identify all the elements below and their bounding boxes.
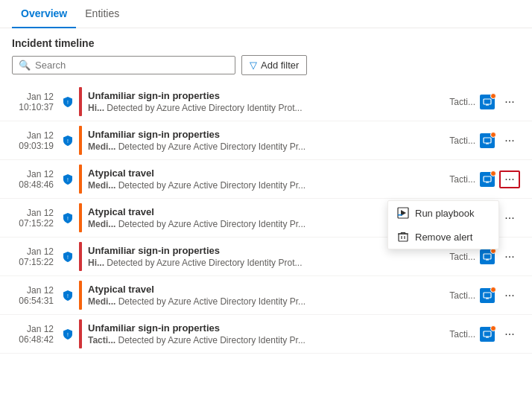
svg-rect-11 (484, 293, 491, 298)
alert-content: Atypical travel Medi... Detected by Azur… (88, 284, 443, 307)
alert-title: Unfamiliar sign-in properties (88, 129, 443, 140)
tactic-badge: Tacti... (449, 97, 475, 107)
ellipsis-button[interactable]: ··· (499, 170, 520, 188)
alert-title: Atypical travel (88, 168, 443, 179)
svg-rect-15 (398, 214, 402, 216)
date-col: Jan 12 09:03:19 (6, 130, 60, 151)
context-menu-run-playbook[interactable]: Run playbook (388, 201, 498, 225)
severity-label: Tacti... (88, 335, 115, 345)
table-row: Jan 12 06:54:31 ! Atypical travel Medi..… (0, 276, 532, 315)
shield-icon: ! (62, 173, 74, 185)
table-row: Jan 12 09:03:19 ! Unfamiliar sign-in pro… (0, 121, 532, 160)
severity-bar (79, 319, 82, 348)
date-col: Jan 12 07:15:22 (6, 208, 60, 229)
alert-content: Unfamiliar sign-in properties Hi... Dete… (88, 90, 443, 113)
tab-bar: Overview Entities (0, 0, 532, 28)
time-label: 07:15:22 (19, 257, 54, 267)
svg-text:!: ! (67, 255, 69, 260)
severity-bar (79, 203, 82, 232)
date-col: Jan 12 10:10:37 (6, 92, 60, 112)
notification-dot (490, 132, 496, 138)
tactic-badge: Tacti... (449, 290, 475, 301)
severity-col: ! (60, 290, 76, 302)
severity-bar (79, 242, 82, 271)
severity-col: ! (60, 135, 76, 147)
severity-label: Hi... (88, 103, 104, 113)
tactic-badge: Tacti... (449, 329, 475, 340)
alert-content: Unfamiliar sign-in properties Tacti... D… (88, 322, 443, 345)
search-box-container[interactable]: 🔍 (12, 56, 235, 74)
ellipsis-button[interactable]: ··· (499, 209, 520, 227)
shield-icon: ! (62, 212, 74, 224)
tactic-badge: Tacti... (449, 174, 475, 185)
section-title: Incident timeline (0, 28, 532, 55)
context-menu-remove-alert[interactable]: Remove alert (388, 225, 498, 249)
svg-text:!: ! (67, 293, 69, 299)
alert-subtitle: Hi... Detected by Azure Active Directory… (88, 258, 443, 268)
date-label: Jan 12 (27, 246, 54, 257)
svg-rect-3 (484, 138, 491, 143)
monitor-icon (480, 172, 495, 187)
time-label: 07:15:22 (19, 218, 54, 229)
svg-rect-13 (484, 331, 491, 337)
severity-col: ! (60, 173, 76, 185)
filter-icon: ▽ (250, 60, 257, 71)
alert-right: Tacti... ··· (449, 170, 520, 188)
ellipsis-button[interactable]: ··· (499, 287, 520, 305)
severity-label: Medi... (88, 141, 115, 152)
svg-rect-16 (399, 234, 408, 241)
ellipsis-button[interactable]: ··· (499, 93, 520, 111)
alert-right: Tacti... ··· (449, 287, 520, 305)
svg-text:!: ! (67, 138, 69, 144)
search-area: 🔍 ▽ Add filter (0, 55, 532, 83)
time-label: 10:10:37 (19, 102, 54, 112)
table-row: Jan 12 10:10:37 ! Unfamiliar sign-in pro… (0, 83, 532, 121)
date-col: Jan 12 08:48:46 (6, 169, 60, 190)
add-filter-button[interactable]: ▽ Add filter (241, 55, 307, 75)
date-col: Jan 12 07:15:22 (6, 246, 60, 267)
shield-icon: ! (62, 290, 74, 302)
shield-icon: ! (62, 96, 74, 108)
alert-content: Atypical travel Medi... Detected by Azur… (88, 168, 443, 191)
alert-subtitle: Hi... Detected by Azure Active Directory… (88, 103, 443, 113)
search-icon: 🔍 (19, 60, 31, 71)
shield-icon: ! (62, 135, 74, 147)
table-row: Jan 12 08:48:46 ! Atypical travel Medi..… (0, 160, 532, 199)
notification-dot (490, 325, 496, 331)
shield-icon: ! (62, 328, 74, 340)
alert-right: Tacti... ··· (449, 248, 520, 266)
severity-bar (79, 87, 82, 116)
alert-subtitle: Medi... Detected by Azure Active Directo… (88, 141, 443, 152)
alert-title: Unfamiliar sign-in properties (88, 90, 443, 101)
time-label: 06:48:42 (19, 334, 54, 345)
severity-col: ! (60, 328, 76, 340)
tab-overview[interactable]: Overview (12, 0, 76, 28)
severity-label: Medi... (88, 296, 115, 307)
ellipsis-button[interactable]: ··· (499, 132, 520, 150)
svg-rect-5 (484, 176, 491, 182)
monitor-icon (480, 249, 495, 264)
date-label: Jan 12 (27, 92, 54, 102)
time-label: 08:48:46 (19, 179, 54, 190)
tab-entities[interactable]: Entities (76, 0, 128, 28)
alert-subtitle: Medi... Detected by Azure Active Directo… (88, 180, 443, 191)
monitor-icon (480, 95, 495, 109)
time-label: 06:54:31 (19, 296, 54, 306)
ellipsis-button[interactable]: ··· (499, 325, 520, 343)
timeline-container: Jan 12 10:10:37 ! Unfamiliar sign-in pro… (0, 83, 532, 354)
tactic-badge: Tacti... (449, 136, 475, 146)
monitor-icon (480, 288, 495, 303)
ellipsis-button[interactable]: ··· (499, 248, 520, 266)
alert-subtitle: Medi... Detected by Azure Active Directo… (88, 296, 443, 307)
severity-label: Hi... (88, 258, 104, 268)
severity-bar (79, 165, 82, 194)
search-input[interactable] (35, 60, 229, 71)
tactic-badge: Tacti... (449, 252, 475, 262)
date-col: Jan 12 06:48:42 (6, 324, 60, 345)
alert-right: Tacti... ··· (449, 93, 520, 111)
severity-col: ! (60, 251, 76, 263)
svg-rect-9 (484, 254, 491, 259)
notification-dot (490, 287, 496, 293)
monitor-icon (480, 133, 495, 148)
notification-dot (490, 93, 496, 99)
